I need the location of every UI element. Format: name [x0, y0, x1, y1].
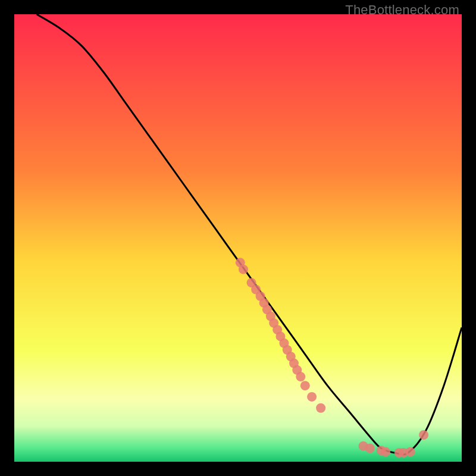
sample-point: [307, 392, 317, 402]
sample-point: [381, 447, 390, 456]
sample-point: [406, 447, 415, 456]
gradient-background: [14, 14, 462, 462]
sample-point: [300, 381, 310, 390]
sample-point: [239, 265, 248, 274]
watermark-text: TheBottleneck.com: [345, 2, 459, 18]
chart-frame: [14, 14, 462, 462]
sample-point: [419, 430, 428, 440]
sample-point: [365, 443, 375, 453]
sample-point: [316, 403, 325, 413]
sample-point: [296, 372, 305, 381]
chart-svg: [14, 14, 462, 462]
